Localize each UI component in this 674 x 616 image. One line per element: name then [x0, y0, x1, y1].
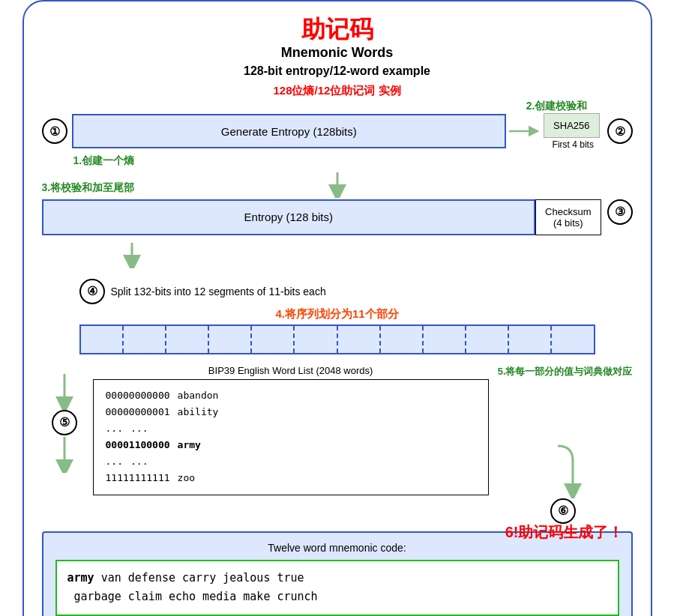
step1-circle: ①: [42, 118, 67, 144]
step6-label: 6!助记码生成了！: [505, 522, 624, 543]
sha-area: SHA256 First 4 bits: [544, 113, 599, 150]
bits-seg-7: [338, 326, 381, 353]
binary-dots-1: ...: [106, 420, 123, 437]
word-dots-2: ...: [130, 453, 148, 470]
step6-circle: ⑥: [550, 498, 576, 524]
bits-seg-9: [424, 326, 466, 353]
wordlist-row-6: 11111111111 zoo: [106, 470, 476, 486]
bits-seg-6: [295, 326, 337, 353]
mnemonic-section: 6!助记码生成了！ Twelve word mnemonic code: arm…: [42, 531, 633, 616]
bits-seg-8: [381, 326, 424, 353]
wordlist-box: 00000000000 abandon 00000000001 ability …: [93, 379, 489, 495]
binary-1: 00000000000: [106, 387, 170, 404]
bits-seg-2: [124, 326, 166, 353]
bits-bar: [79, 324, 595, 354]
wordlist-row-2: 00000000001 ability: [106, 404, 476, 420]
title-en1: Mnemonic Words: [42, 43, 633, 62]
word-2: ability: [178, 404, 219, 420]
first4bits: First 4 bits: [553, 139, 594, 150]
checksum-box: Checksum (4 bits): [535, 199, 601, 235]
entropy-section: ① Generate Entropy (128bits) SHA256 Firs…: [42, 113, 633, 150]
title-en2: 128-bit entropy/12-word example: [42, 63, 633, 79]
step5-area: ⑤: [42, 372, 87, 473]
subtitle-cn: 128位熵/12位助记词 实例: [42, 82, 633, 98]
binary-dots-2: ...: [106, 453, 123, 470]
mnemonic-first-word: army: [67, 571, 94, 585]
mnemonic-label: Twelve word mnemonic code:: [55, 542, 619, 554]
main-container: 助记码 Mnemonic Words 128-bit entropy/12-wo…: [22, 0, 652, 616]
split-title-area: ④ Split 132-bits into 12 segments of 11-…: [42, 279, 633, 304]
bits-seg-12: [552, 326, 593, 353]
binary-2: 00000000001: [106, 404, 170, 420]
mnemonic-code-box: army van defense carry jealous true garb…: [55, 560, 619, 616]
mnemonic-rest: van defense carry jealous true garbage c…: [67, 571, 318, 604]
step4-circle: ④: [79, 279, 105, 304]
wordlist-container: BIP39 English Word List (2048 words) 000…: [93, 365, 489, 495]
bits-seg-5: [252, 326, 295, 353]
step3-label: 3.将校验和加至尾部: [42, 181, 135, 195]
title-cn: 助记码: [42, 15, 633, 43]
bits-seg-10: [466, 326, 509, 353]
bits-seg-4: [209, 326, 252, 353]
wordlist-section: ⑤ BIP39 English Word List (2048 words) 0…: [42, 365, 633, 524]
step5-right-area: 5.将每一部分的值与词典做对应 ⑥: [498, 365, 633, 524]
checksum-section: 3.将校验和加至尾部 Entropy (128 bits) Checksum (…: [42, 199, 633, 235]
word-1: abandon: [178, 387, 219, 404]
word-6: zoo: [178, 470, 195, 486]
step2-label: 2.创建校验和: [526, 100, 588, 113]
checksum-label: Checksum: [545, 206, 591, 217]
split-desc: Split 132-bits into 12 segments of 11-bi…: [111, 286, 326, 298]
wordlist-row-4: 00001100000 army: [106, 437, 476, 453]
wordlist-row-3: ... ...: [106, 420, 476, 437]
step1-label: 1.创建一个熵: [73, 154, 135, 168]
wordlist-row-5: ... ...: [106, 453, 476, 470]
step4-label: 4.将序列划分为11个部分: [42, 307, 633, 321]
step5-circle: ⑤: [52, 410, 77, 435]
entropy-box: Generate Entropy (128bits): [72, 114, 507, 148]
binary-6: 11111111111: [106, 470, 170, 486]
arrow-down-2-area: [42, 241, 633, 268]
arrow-right-1: [506, 122, 544, 140]
bits-seg-11: [509, 326, 552, 353]
word-dots-1: ...: [130, 420, 148, 437]
step5-label: 5.将每一部分的值与词典做对应: [498, 365, 633, 378]
split-section: ④ Split 132-bits into 12 segments of 11-…: [42, 279, 633, 354]
bits-seg-3: [166, 326, 209, 353]
checksum-bits: (4 bits): [553, 217, 583, 229]
word-4: army: [178, 437, 201, 453]
step2-circle: ②: [607, 118, 633, 144]
step3-circle: ③: [607, 199, 633, 225]
bits-seg-1: [81, 326, 124, 353]
wordlist-row-1: 00000000000 abandon: [106, 387, 476, 404]
sha-box: SHA256: [544, 113, 599, 138]
entropy-box2: Entropy (128 bits): [42, 199, 536, 235]
binary-4: 00001100000: [106, 437, 170, 453]
wordlist-title: BIP39 English Word List (2048 words): [93, 365, 489, 376]
